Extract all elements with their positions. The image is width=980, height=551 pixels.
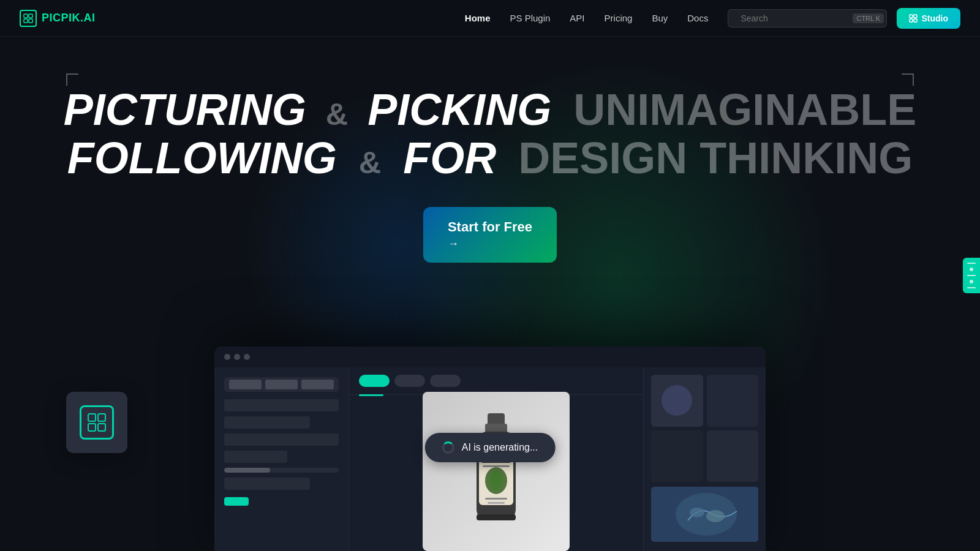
mockup-right-panel (643, 367, 766, 551)
mockup-tab-2[interactable] (394, 375, 425, 387)
thumb-item-1 (651, 375, 703, 427)
thumb-person (662, 385, 692, 416)
logo-text: PICPIK.AI (42, 12, 96, 24)
nav-home[interactable]: Home (465, 13, 491, 23)
mockup-search-bar (224, 377, 339, 392)
hero-word-design-thinking: DESIGN THINKING (518, 133, 913, 182)
logo-icon (20, 10, 37, 27)
product-image (423, 392, 570, 551)
svg-rect-15 (485, 424, 507, 433)
search-input[interactable] (741, 13, 848, 23)
svg-rect-12 (88, 424, 96, 431)
hero-amp2: & (359, 145, 381, 180)
mockup-list-3 (224, 433, 339, 446)
mockup-tabs (349, 367, 643, 395)
mockup-list-2 (224, 416, 310, 429)
cta-button[interactable]: Start for Free → (423, 207, 557, 263)
svg-rect-7 (914, 15, 917, 18)
mockup-progress (224, 468, 339, 473)
sidebar-line-3 (967, 287, 976, 288)
svg-rect-9 (914, 19, 917, 22)
mockup-list-4 (224, 451, 287, 463)
hero-word-picking: PICKING (368, 85, 551, 134)
mockup-tab-indicator (359, 394, 383, 396)
mockup-list-1 (224, 399, 339, 411)
mockup-tab-3[interactable] (430, 375, 461, 387)
titlebar-dot-1 (224, 354, 230, 360)
ai-toast: AI is generating... (425, 433, 556, 462)
hero-word-unimaginable: UNIMAGINABLE (573, 85, 916, 134)
studio-icon (909, 14, 918, 23)
cta-arrow: → (448, 238, 459, 250)
hero-content: PICTURING & PICKING UNIMAGINABLE FOLLOWI… (39, 86, 941, 263)
mockup-titlebar (214, 347, 766, 367)
navbar: PICPIK.AI Home PS Plugin API Pricing Buy… (0, 0, 980, 37)
nav-ps-plugin[interactable]: PS Plugin (510, 13, 550, 23)
mockup-left-panel (214, 367, 349, 551)
mockup-search-seg1 (229, 380, 262, 389)
svg-rect-10 (88, 414, 96, 421)
hero-word-for: FOR (403, 133, 496, 182)
svg-rect-20 (483, 465, 510, 467)
hero-word-picturing: PICTURING (64, 85, 306, 134)
svg-rect-3 (29, 19, 32, 23)
sidebar-dot-2 (970, 280, 973, 283)
svg-point-29 (706, 510, 725, 522)
corner-bracket-tr (902, 73, 914, 86)
nav-buy[interactable]: Buy (652, 13, 668, 23)
svg-rect-23 (485, 498, 507, 500)
sidebar-line-2 (967, 275, 976, 276)
svg-rect-24 (488, 502, 505, 504)
mockup-list-5 (224, 478, 310, 490)
hero-title: PICTURING & PICKING UNIMAGINABLE FOLLOWI… (64, 86, 916, 182)
svg-rect-13 (98, 424, 105, 431)
hero-amp1: & (326, 97, 348, 132)
svg-rect-11 (98, 414, 105, 421)
thumb-item-4 (707, 430, 759, 482)
titlebar-dot-3 (244, 354, 250, 360)
cta-label: Start for Free (448, 219, 532, 235)
mockup-tab-1[interactable] (359, 375, 390, 387)
sidebar-line-1 (967, 263, 976, 264)
right-sidebar[interactable] (963, 258, 980, 293)
mockup-tag (224, 497, 249, 506)
bottle-svg (459, 410, 533, 533)
thumb-item-2 (707, 375, 759, 427)
mockup-search-seg2 (265, 380, 298, 389)
sidebar-dot-1 (970, 268, 973, 271)
svg-rect-2 (24, 19, 28, 23)
floating-logo-icon (80, 405, 114, 440)
svg-rect-25 (477, 514, 516, 520)
svg-point-28 (690, 508, 704, 517)
thumb-bird-image (651, 487, 758, 542)
nav-docs[interactable]: Docs (687, 13, 708, 23)
thumb-item-3 (651, 430, 703, 482)
studio-button[interactable]: Studio (897, 8, 960, 29)
ai-spinner (442, 441, 454, 454)
nav-links: Home PS Plugin API Pricing Buy Docs (465, 13, 709, 23)
nav-pricing[interactable]: Pricing (605, 13, 633, 23)
mockup-search-seg3 (301, 380, 334, 389)
search-shortcut: CTRL K (853, 13, 884, 23)
floating-logo (66, 392, 127, 453)
corner-bracket-tl (66, 73, 78, 86)
thumb-large (651, 487, 758, 542)
hero-section: PICTURING & PICKING UNIMAGINABLE FOLLOWI… (0, 0, 980, 551)
svg-point-22 (490, 471, 502, 490)
ai-toast-text: AI is generating... (462, 442, 538, 453)
svg-rect-1 (29, 14, 32, 18)
logo[interactable]: PICPIK.AI (20, 10, 96, 27)
svg-rect-0 (24, 14, 28, 18)
svg-point-27 (676, 493, 737, 536)
titlebar-dot-2 (234, 354, 240, 360)
svg-rect-8 (910, 19, 913, 22)
svg-rect-6 (910, 15, 913, 18)
thumb-grid (651, 375, 758, 482)
hero-word-following: FOLLOWING (67, 133, 337, 182)
nav-api[interactable]: API (570, 13, 584, 23)
search-box[interactable]: CTRL K (728, 9, 887, 28)
